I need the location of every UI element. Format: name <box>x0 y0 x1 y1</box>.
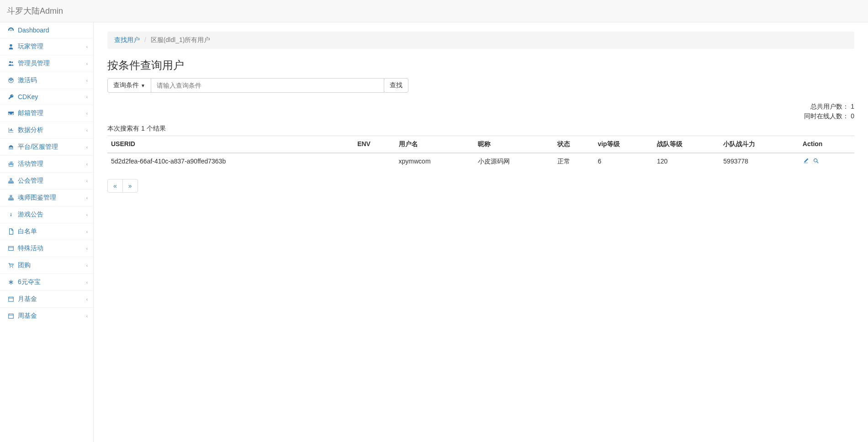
sitemap-icon <box>7 178 15 184</box>
svg-point-6 <box>814 159 817 162</box>
svg-rect-4 <box>9 297 14 302</box>
sidebar-item-0[interactable]: Dashboard <box>0 22 93 38</box>
pagination-next[interactable]: » <box>122 179 138 193</box>
result-count: 本次搜索有 1 个结果 <box>107 125 854 133</box>
table-header-cell: ENV <box>354 136 395 153</box>
breadcrumb-link[interactable]: 查找用户 <box>114 36 140 43</box>
chevron-left-icon: ‹ <box>86 229 88 234</box>
sidebar-item-label: Dashboard <box>18 26 49 34</box>
sidebar-item-label: 团购 <box>18 261 31 269</box>
chevron-left-icon: ‹ <box>86 162 88 167</box>
edit-icon[interactable] <box>803 158 809 164</box>
key-icon <box>7 94 15 100</box>
search-icon[interactable] <box>813 158 819 164</box>
svg-point-2 <box>10 267 11 268</box>
table-cell: xpymwcom <box>395 153 475 170</box>
chevron-left-icon: ‹ <box>86 128 88 133</box>
sidebar-item-label: 白名单 <box>18 227 37 236</box>
sidebar-item-16[interactable]: 月基金‹ <box>0 290 93 307</box>
info-icon <box>7 211 15 218</box>
chevron-left-icon: ‹ <box>86 246 88 251</box>
navbar-brand: 斗罗大陆Admin <box>7 6 63 16</box>
results-table: USERIDENV用户名昵称状态vip等级战队等级小队战斗力Action 5d2… <box>107 136 854 170</box>
svg-rect-1 <box>9 247 14 251</box>
chevron-left-icon: ‹ <box>86 280 88 285</box>
breadcrumb: 查找用户 / 区服(dldl_1)所有用户 <box>107 32 854 49</box>
asterisk-icon <box>7 279 15 285</box>
envelope-icon <box>7 110 15 116</box>
sidebar-item-4[interactable]: CDKey‹ <box>0 89 93 105</box>
caret-down-icon: ▼ <box>141 83 145 88</box>
sidebar-item-7[interactable]: 平台/区服管理‹ <box>0 138 93 155</box>
search-condition-dropdown[interactable]: 查询条件 ▼ <box>107 78 151 93</box>
sidebar-item-15[interactable]: 6元夺宝‹ <box>0 274 93 290</box>
sidebar-item-3[interactable]: 激活码‹ <box>0 72 93 89</box>
table-cell: 6 <box>594 153 653 170</box>
search-row: 查询条件 ▼ 查找 <box>107 78 854 93</box>
sidebar: Dashboard玩家管理‹管理员管理‹激活码‹CDKey‹邮箱管理‹数据分析‹… <box>0 22 94 442</box>
pagination-prev[interactable]: « <box>107 179 123 193</box>
search-condition-label: 查询条件 <box>113 81 139 89</box>
table-header-row: USERIDENV用户名昵称状态vip等级战队等级小队战斗力Action <box>107 136 854 153</box>
table-cell: 小皮源码网 <box>474 153 554 170</box>
sidebar-item-6[interactable]: 数据分析‹ <box>0 121 93 138</box>
sidebar-item-label: 游戏公告 <box>18 210 43 219</box>
chart-icon <box>7 127 15 133</box>
chevron-left-icon: ‹ <box>86 179 88 184</box>
sidebar-item-label: 活动管理 <box>18 160 43 168</box>
chevron-left-icon: ‹ <box>86 145 88 150</box>
sidebar-item-label: 管理员管理 <box>18 59 50 68</box>
chevron-left-icon: ‹ <box>86 297 88 302</box>
table-header-cell: Action <box>799 136 854 153</box>
sidebar-item-11[interactable]: 游戏公告‹ <box>0 206 93 223</box>
cart-icon <box>7 262 15 268</box>
chevron-left-icon: ‹ <box>86 263 88 268</box>
sidebar-item-13[interactable]: 特殊活动‹ <box>0 240 93 257</box>
calendar-icon <box>7 296 15 302</box>
navbar: 斗罗大陆Admin <box>0 0 868 22</box>
sitemap-icon <box>7 195 15 201</box>
sidebar-item-9[interactable]: 公会管理‹ <box>0 172 93 189</box>
sidebar-item-label: 魂师图鉴管理 <box>18 194 56 202</box>
table-header-cell: 状态 <box>554 136 594 153</box>
svg-point-3 <box>12 267 13 268</box>
total-users-label: 总共用户数： <box>810 103 849 110</box>
page-title: 按条件查询用户 <box>107 58 854 73</box>
table-cell: 120 <box>653 153 720 170</box>
sidebar-item-17[interactable]: 周基金‹ <box>0 307 93 324</box>
table-header-cell: USERID <box>107 136 354 153</box>
sidebar-item-label: 特殊活动 <box>18 244 43 253</box>
svg-rect-5 <box>9 314 14 319</box>
chevron-left-icon: ‹ <box>86 111 88 116</box>
main-content: 查找用户 / 区服(dldl_1)所有用户 按条件查询用户 查询条件 ▼ 查找 … <box>94 22 868 442</box>
star-icon <box>7 77 15 84</box>
gift-icon <box>7 161 15 167</box>
chevron-left-icon: ‹ <box>86 314 88 319</box>
table-header-cell: 用户名 <box>395 136 475 153</box>
sidebar-item-label: 公会管理 <box>18 177 43 185</box>
table-header-cell: 昵称 <box>474 136 554 153</box>
svg-point-0 <box>9 78 14 83</box>
table-cell: 5993778 <box>720 153 799 170</box>
sidebar-item-1[interactable]: 玩家管理‹ <box>0 38 93 55</box>
chevron-left-icon: ‹ <box>86 195 88 200</box>
chevron-left-icon: ‹ <box>86 61 88 66</box>
total-users-value: 1 <box>851 103 854 110</box>
table-row: 5d2d2fea-66af-410c-a837-a90ffed7363bxpym… <box>107 153 854 170</box>
search-input[interactable] <box>151 78 384 93</box>
sidebar-item-10[interactable]: 魂师图鉴管理‹ <box>0 189 93 206</box>
table-cell: 5d2d2fea-66af-410c-a837-a90ffed7363b <box>107 153 354 170</box>
sidebar-item-8[interactable]: 活动管理‹ <box>0 155 93 172</box>
sidebar-item-label: 月基金 <box>18 295 37 303</box>
file-icon <box>7 228 15 235</box>
sidebar-item-14[interactable]: 团购‹ <box>0 257 93 274</box>
sidebar-item-5[interactable]: 邮箱管理‹ <box>0 105 93 121</box>
dashboard-icon <box>7 27 15 33</box>
sidebar-item-12[interactable]: 白名单‹ <box>0 223 93 240</box>
sidebar-item-label: 玩家管理 <box>18 42 43 51</box>
search-button[interactable]: 查找 <box>384 78 408 93</box>
sidebar-item-label: 平台/区服管理 <box>18 143 58 151</box>
calendar-icon <box>7 313 15 319</box>
sidebar-item-2[interactable]: 管理员管理‹ <box>0 55 93 72</box>
chevron-left-icon: ‹ <box>86 78 88 83</box>
